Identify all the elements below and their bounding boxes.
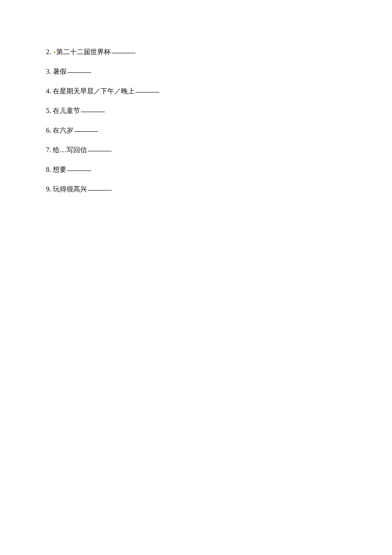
item-text: 第二十二届世界杯	[56, 48, 111, 55]
highlight-dot-icon	[54, 52, 55, 53]
item-number: 9.	[46, 184, 51, 194]
answer-blank[interactable]	[81, 105, 105, 112]
item-text: 在六岁	[53, 127, 73, 134]
item-text: 在星期天早晨／下午／晚上	[53, 87, 135, 95]
item-text: 给…写回信	[53, 146, 87, 153]
question-item: 6. 在六岁	[46, 125, 392, 136]
question-item: 5. 在儿童节	[46, 106, 392, 116]
question-list: 2. 第二十二届世界杯3. 暑假4. 在星期天早晨／下午／晚上5. 在儿童节6.…	[46, 47, 392, 194]
question-item: 7. 给…写回信	[46, 145, 392, 155]
item-number: 3.	[46, 66, 51, 77]
answer-blank[interactable]	[88, 145, 112, 151]
item-text: 暑假	[53, 68, 66, 75]
question-item: 8. 想要	[46, 165, 392, 175]
item-number: 7.	[46, 145, 51, 155]
item-number: 6.	[46, 125, 51, 136]
answer-blank[interactable]	[74, 125, 98, 132]
answer-blank[interactable]	[67, 164, 91, 171]
question-item: 9. 玩得很高兴	[46, 184, 392, 194]
answer-blank[interactable]	[135, 86, 159, 92]
item-number: 4.	[46, 86, 51, 96]
question-item: 3. 暑假	[46, 66, 392, 77]
item-number: 5.	[46, 106, 51, 116]
item-number: 2.	[46, 47, 51, 57]
question-item: 2. 第二十二届世界杯	[46, 47, 392, 57]
answer-blank[interactable]	[112, 46, 135, 53]
question-item: 4. 在星期天早晨／下午／晚上	[46, 86, 392, 96]
item-text: 在儿童节	[53, 107, 80, 114]
answer-blank[interactable]	[88, 184, 112, 191]
answer-blank[interactable]	[67, 66, 91, 73]
item-text: 想要	[53, 166, 66, 173]
item-number: 8.	[46, 165, 51, 175]
item-text: 玩得很高兴	[53, 185, 87, 193]
